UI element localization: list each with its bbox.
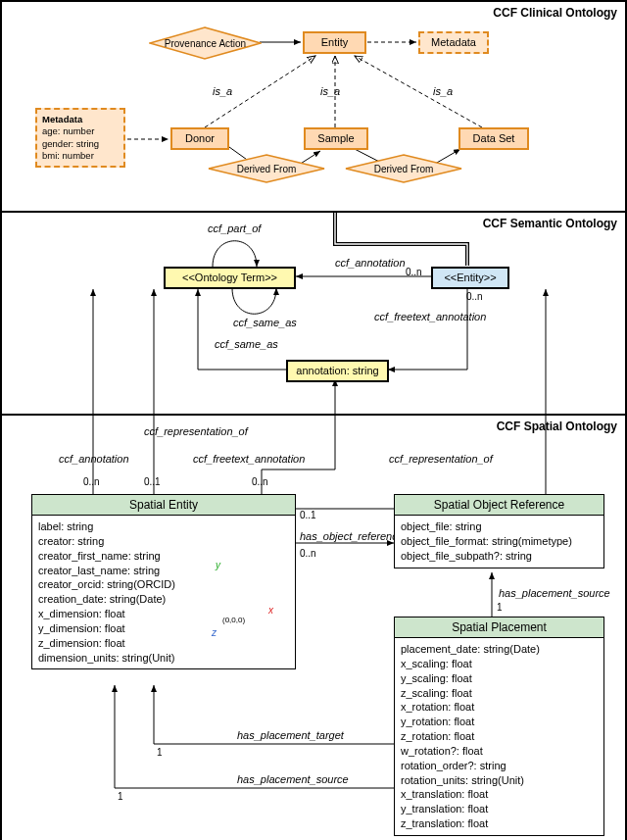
spatial-panel: CCF Spatial Ontology ccf_representation_… (0, 416, 627, 840)
provenance-action-diamond: Provenance Action (149, 26, 262, 60)
axis-z: z (212, 627, 217, 638)
sp-a2: y_scaling: float (401, 671, 598, 686)
derived-from-1-diamond: Derived From (208, 154, 325, 183)
ccf-annotation-sp-label: ccf_annotation (59, 453, 129, 465)
se-a4: creator_orcid: string(ORCID) (38, 577, 289, 592)
sp-a4: x_rotation: float (401, 700, 598, 715)
card-1-b: 1 (118, 791, 123, 802)
sp-a7: w_rotation?: float (401, 744, 598, 759)
ccf-freetext-sp-label: ccf_freetext_annotation (193, 453, 305, 465)
se-a1: creator: string (38, 534, 289, 549)
card-0n-b: 0..n (252, 476, 268, 487)
card-0n-a: 0..n (83, 476, 100, 487)
provenance-action-label: Provenance Action (165, 38, 246, 49)
sem-entity-label: <<Entity>> (444, 272, 496, 283)
dataset-label: Data Set (473, 132, 515, 144)
has-place-tgt-label: has_placement_target (237, 729, 344, 741)
sp-a9: rotation_units: string(Unit) (401, 773, 598, 788)
card-01-a: 0..1 (144, 476, 161, 487)
has-obj-ref-label: has_object_reference (300, 530, 404, 542)
svg-line-4 (355, 56, 482, 127)
metadata-detail-box: Metadata age: number gender: string bmi:… (35, 108, 125, 168)
sp-a10: x_translation: float (401, 787, 598, 802)
ccf-same-as-loop-label: ccf_same_as (233, 317, 297, 328)
clinical-title: CCF Clinical Ontology (493, 6, 617, 20)
spatial-entity-class: Spatial Entity label: string creator: st… (31, 494, 296, 669)
se-a8: z_dimension: float (38, 636, 289, 651)
spatial-obj-ref-class: Spatial Object Reference object_file: st… (394, 494, 604, 568)
rep-of-1-label: ccf_representation_of (144, 425, 248, 437)
semantic-title: CCF Semantic Ontology (483, 217, 617, 230)
spatial-entity-body: label: string creator: string creator_fi… (32, 516, 295, 668)
metadata-top-label: Metadata (431, 36, 476, 48)
se-a5: creation_date: string(Date) (38, 592, 289, 607)
card-01-b: 0..1 (300, 510, 316, 520)
derived-from-2-label: Derived From (374, 164, 434, 174)
semantic-panel: CCF Semantic Ontology <<Ontology Term>> … (0, 213, 627, 416)
ccf-part-of-label: ccf_part_of (208, 222, 261, 234)
axis-origin: (0,0,0) (222, 616, 245, 624)
metadata-line3: bmi: number (42, 150, 94, 161)
metadata-line2: gender: string (42, 138, 99, 149)
spatial-title: CCF Spatial Ontology (497, 420, 617, 433)
ontology-term-label: <<Ontology Term>> (182, 272, 277, 283)
has-place-src2-label: has_placement_source (237, 773, 349, 785)
metadata-detail-title: Metadata (42, 114, 82, 124)
semantic-svg (2, 213, 625, 414)
sor-a1: object_file_format: string(mimetype) (401, 534, 598, 549)
ontology-term-box: <<Ontology Term>> (164, 267, 296, 289)
donor-label: Donor (185, 132, 215, 144)
clinical-panel: CCF Clinical Ontology Provenance Action (0, 0, 627, 213)
ccf-same-as-edge-label: ccf_same_as (215, 338, 278, 350)
sp-a11: y_translation: float (401, 802, 598, 816)
spatial-entity-title: Spatial Entity (32, 495, 295, 516)
sp-a3: z_scaling: float (401, 686, 598, 701)
axis-y: y (216, 560, 220, 570)
se-a0: label: string (38, 519, 289, 534)
sp-a1: x_scaling: float (401, 657, 598, 671)
sp-a6: z_rotation: float (401, 729, 598, 744)
se-a9: dimension_units: string(Unit) (38, 651, 289, 666)
is-a-2-label: is_a (320, 85, 340, 97)
dataset-box: Data Set (458, 127, 529, 150)
sor-a2: object_file_subpath?: string (401, 549, 598, 564)
derived-from-2-diamond: Derived From (345, 154, 462, 183)
card-1-a: 1 (157, 747, 163, 758)
spatial-placement-class: Spatial Placement placement_date: string… (394, 617, 604, 836)
annotation-box: annotation: string (286, 360, 389, 382)
axis-x: x (268, 605, 273, 616)
sor-a0: object_file: string (401, 519, 598, 534)
card-0n-sem-1: 0..n (406, 267, 422, 277)
sp-a5: y_rotation: float (401, 715, 598, 729)
sp-body: placement_date: string(Date) x_scaling: … (395, 638, 603, 835)
sor-title: Spatial Object Reference (395, 495, 603, 516)
ccf-freetext-label: ccf_freetext_annotation (374, 311, 486, 322)
has-place-src1-label: has_placement_source (499, 587, 610, 599)
metadata-line1: age: number (42, 125, 94, 136)
card-0n-sem-2: 0..n (466, 291, 483, 302)
sp-a0: placement_date: string(Date) (401, 642, 598, 657)
metadata-top-box: Metadata (418, 31, 489, 54)
donor-box: Donor (170, 127, 229, 150)
sp-title: Spatial Placement (395, 618, 603, 638)
annotation-label: annotation: string (296, 365, 378, 376)
sem-entity-box: <<Entity>> (431, 267, 509, 289)
card-0n-c: 0..n (300, 548, 316, 559)
se-a6: x_dimension: float (38, 607, 289, 621)
sp-a8: rotation_order?: string (401, 759, 598, 773)
card-1-c: 1 (497, 602, 503, 613)
rep-of-2-label: ccf_representation_of (389, 453, 493, 465)
ccf-annotation-label: ccf_annotation (335, 257, 406, 269)
is-a-1-label: is_a (213, 85, 232, 97)
sample-box: Sample (304, 127, 368, 150)
entity-label: Entity (321, 36, 349, 48)
is-a-3-label: is_a (433, 85, 453, 97)
entity-box: Entity (303, 31, 366, 54)
sor-body: object_file: string object_file_format: … (395, 516, 603, 568)
derived-from-1-label: Derived From (237, 164, 297, 174)
sample-label: Sample (317, 132, 354, 144)
se-a3: creator_last_name: string (38, 564, 289, 578)
se-a7: y_dimension: float (38, 621, 289, 636)
se-a2: creator_first_name: string (38, 549, 289, 564)
sp-a12: z_translation: float (401, 816, 598, 831)
